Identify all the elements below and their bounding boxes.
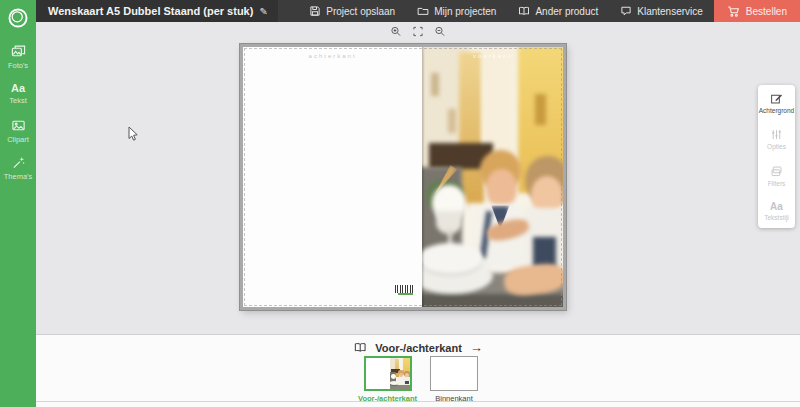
- sidebar-item-fotos[interactable]: Foto's: [0, 38, 36, 75]
- sidebar-item-themas[interactable]: Thema's: [0, 149, 36, 186]
- menu-label: Mijn projecten: [434, 6, 496, 17]
- tool-label: Achtergrond: [759, 107, 794, 114]
- clipart-icon: [11, 118, 26, 133]
- sidebar-item-label: Foto's: [8, 61, 28, 70]
- customer-service-button[interactable]: Klantenservice: [609, 0, 714, 22]
- tool-achtergrond[interactable]: Achtergrond: [758, 92, 795, 114]
- zoom-toolbar: [391, 26, 446, 37]
- project-title-pill[interactable]: Wenskaart A5 Dubbel Staand (per stuk) ✎: [36, 0, 278, 22]
- magic-wand-icon: [11, 155, 26, 170]
- front-page-label: voorkant: [473, 53, 512, 59]
- my-projects-button[interactable]: Mijn projecten: [406, 0, 507, 22]
- arrow-right-icon[interactable]: →: [470, 340, 483, 355]
- tool-opties[interactable]: Opties: [758, 128, 795, 150]
- back-page-label: achterkant: [309, 53, 357, 59]
- photos-icon: [11, 44, 26, 59]
- save-icon: [309, 5, 321, 17]
- other-product-button[interactable]: Ander product: [507, 0, 609, 22]
- tool-label: Filters: [768, 180, 786, 187]
- sidebar-item-label: Thema's: [4, 172, 33, 181]
- zoom-in-icon[interactable]: [391, 26, 402, 37]
- page-thumbnails: Voor-/achterkant Binnenkant: [358, 356, 478, 403]
- sidebar-item-label: Clipart: [7, 135, 29, 144]
- tool-panel: Achtergrond Opties Filters Aa Tekststijl: [758, 85, 795, 228]
- card-spread: achterkant: [240, 44, 566, 310]
- thumbnail-preview: [363, 356, 411, 391]
- thumbnail-voor-achterkant[interactable]: Voor-/achterkant: [358, 356, 417, 403]
- thumbnail-preview: [430, 356, 478, 391]
- tool-filters[interactable]: Filters: [758, 165, 795, 187]
- text-icon: Aa: [11, 83, 25, 94]
- mouse-cursor: [128, 126, 140, 142]
- bottom-divider: [36, 401, 800, 402]
- sliders-icon: [770, 128, 783, 141]
- cart-icon: [727, 5, 740, 18]
- topbar-menu: Project opslaan Mijn projecten Ander pro…: [298, 0, 800, 22]
- edit-title-pencil-icon[interactable]: ✎: [259, 6, 267, 17]
- thumbnail-photo: [390, 358, 409, 389]
- view-selector[interactable]: Voor-/achterkant →: [353, 340, 483, 355]
- text-style-icon: Aa: [770, 201, 783, 212]
- view-label: Voor-/achterkant: [375, 342, 462, 354]
- bottombar: Voor-/achterkant →: [36, 334, 800, 407]
- zoom-out-icon[interactable]: [435, 26, 446, 37]
- filters-icon: [770, 165, 783, 178]
- menu-label: Klantenservice: [637, 6, 703, 17]
- menu-label: Project opslaan: [326, 6, 395, 17]
- fullscreen-icon[interactable]: [413, 26, 424, 37]
- chat-icon: [620, 5, 632, 17]
- card-front-page[interactable]: voorkant: [422, 47, 563, 307]
- barcode: [395, 285, 415, 293]
- thumbnail-binnenkant[interactable]: Binnenkant: [430, 356, 478, 403]
- order-button-label: Bestellen: [746, 6, 787, 17]
- order-button[interactable]: Bestellen: [714, 0, 800, 22]
- app-logo[interactable]: [0, 0, 36, 36]
- open-book-icon: [353, 341, 367, 354]
- editor-canvas: achterkant: [36, 22, 800, 334]
- open-book-icon: [518, 5, 530, 17]
- project-title: Wenskaart A5 Dubbel Staand (per stuk): [48, 5, 253, 17]
- sidebar-items: Foto's Aa Tekst Clipart Thema's: [0, 36, 36, 186]
- topbar: Wenskaart A5 Dubbel Staand (per stuk) ✎ …: [36, 0, 800, 22]
- save-project-button[interactable]: Project opslaan: [298, 0, 406, 22]
- card-back-page[interactable]: achterkant: [243, 47, 422, 307]
- tool-label: Tekststijl: [764, 214, 789, 221]
- tool-tekststijl[interactable]: Aa Tekststijl: [758, 201, 795, 221]
- front-photo[interactable]: [422, 47, 563, 307]
- tool-label: Opties: [767, 143, 786, 150]
- sidebar-item-clipart[interactable]: Clipart: [0, 112, 36, 149]
- menu-label: Ander product: [535, 6, 598, 17]
- sidebar-item-label: Tekst: [9, 96, 27, 105]
- app-window: Wenskaart A5 Dubbel Staand (per stuk) ✎ …: [0, 0, 800, 407]
- folder-icon: [417, 5, 429, 17]
- sidebar: Foto's Aa Tekst Clipart Thema's: [0, 0, 36, 407]
- sidebar-item-tekst[interactable]: Aa Tekst: [0, 75, 36, 112]
- ring-logo-icon: [4, 4, 32, 32]
- background-edit-icon: [770, 92, 783, 105]
